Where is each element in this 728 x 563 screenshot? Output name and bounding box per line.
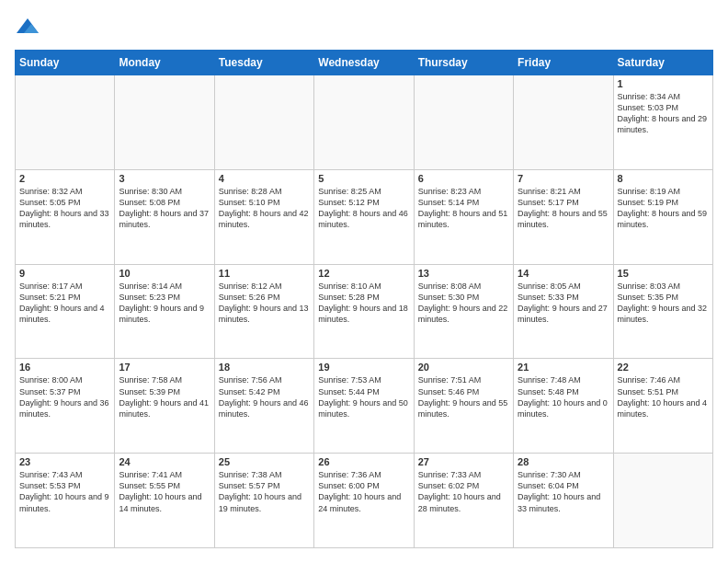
calendar-cell-w3d3: 19Sunrise: 7:53 AM Sunset: 5:44 PM Dayli… xyxy=(314,359,414,454)
logo xyxy=(15,15,44,40)
day-number: 3 xyxy=(119,173,210,184)
calendar-cell-w0d6: 1Sunrise: 8:34 AM Sunset: 5:03 PM Daylig… xyxy=(613,75,712,170)
day-info: Sunrise: 7:36 AM Sunset: 6:00 PM Dayligh… xyxy=(318,469,409,514)
day-number: 2 xyxy=(19,173,110,184)
day-info: Sunrise: 8:17 AM Sunset: 5:21 PM Dayligh… xyxy=(19,281,110,326)
day-number: 21 xyxy=(518,362,609,373)
calendar-cell-w3d0: 16Sunrise: 8:00 AM Sunset: 5:37 PM Dayli… xyxy=(16,359,115,454)
calendar-cell-w4d1: 24Sunrise: 7:41 AM Sunset: 5:55 PM Dayli… xyxy=(115,454,214,548)
calendar-week-3: 16Sunrise: 8:00 AM Sunset: 5:37 PM Dayli… xyxy=(16,359,713,454)
day-number: 28 xyxy=(518,456,609,467)
calendar-cell-w1d2: 4Sunrise: 8:28 AM Sunset: 5:10 PM Daylig… xyxy=(214,169,313,264)
day-info: Sunrise: 7:48 AM Sunset: 5:48 PM Dayligh… xyxy=(518,374,609,419)
day-number: 20 xyxy=(418,362,509,373)
day-number: 22 xyxy=(618,362,709,373)
day-info: Sunrise: 8:25 AM Sunset: 5:12 PM Dayligh… xyxy=(318,186,409,231)
day-number: 25 xyxy=(219,456,310,467)
calendar-cell-w4d0: 23Sunrise: 7:43 AM Sunset: 5:53 PM Dayli… xyxy=(16,454,115,548)
day-number: 12 xyxy=(318,268,409,279)
calendar-cell-w0d5 xyxy=(514,75,613,170)
calendar-header-saturday: Saturday xyxy=(613,51,712,75)
calendar-cell-w1d6: 8Sunrise: 8:19 AM Sunset: 5:19 PM Daylig… xyxy=(613,169,712,264)
day-info: Sunrise: 8:21 AM Sunset: 5:17 PM Dayligh… xyxy=(518,186,609,231)
day-number: 6 xyxy=(418,173,509,184)
calendar-cell-w1d1: 3Sunrise: 8:30 AM Sunset: 5:08 PM Daylig… xyxy=(115,169,214,264)
calendar-cell-w0d2 xyxy=(214,75,313,170)
day-number: 23 xyxy=(19,456,110,467)
day-number: 11 xyxy=(219,268,310,279)
day-info: Sunrise: 8:19 AM Sunset: 5:19 PM Dayligh… xyxy=(618,186,709,231)
calendar-cell-w1d3: 5Sunrise: 8:25 AM Sunset: 5:12 PM Daylig… xyxy=(314,169,414,264)
calendar-week-2: 9Sunrise: 8:17 AM Sunset: 5:21 PM Daylig… xyxy=(16,264,713,359)
header xyxy=(15,15,713,40)
calendar-cell-w2d5: 14Sunrise: 8:05 AM Sunset: 5:33 PM Dayli… xyxy=(514,264,613,359)
calendar-cell-w3d1: 17Sunrise: 7:58 AM Sunset: 5:39 PM Dayli… xyxy=(115,359,214,454)
day-number: 26 xyxy=(318,456,409,467)
calendar-cell-w0d1 xyxy=(115,75,214,170)
day-info: Sunrise: 7:58 AM Sunset: 5:39 PM Dayligh… xyxy=(119,374,210,419)
page: SundayMondayTuesdayWednesdayThursdayFrid… xyxy=(0,0,728,563)
calendar-cell-w3d4: 20Sunrise: 7:51 AM Sunset: 5:46 PM Dayli… xyxy=(414,359,513,454)
calendar-header-thursday: Thursday xyxy=(414,51,513,75)
calendar-cell-w2d4: 13Sunrise: 8:08 AM Sunset: 5:30 PM Dayli… xyxy=(414,264,513,359)
calendar-cell-w4d2: 25Sunrise: 7:38 AM Sunset: 5:57 PM Dayli… xyxy=(214,454,313,548)
calendar-header-monday: Monday xyxy=(115,51,214,75)
calendar-cell-w2d3: 12Sunrise: 8:10 AM Sunset: 5:28 PM Dayli… xyxy=(314,264,414,359)
calendar-cell-w1d4: 6Sunrise: 8:23 AM Sunset: 5:14 PM Daylig… xyxy=(414,169,513,264)
calendar-cell-w1d5: 7Sunrise: 8:21 AM Sunset: 5:17 PM Daylig… xyxy=(514,169,613,264)
day-number: 27 xyxy=(418,456,509,467)
day-info: Sunrise: 8:34 AM Sunset: 5:03 PM Dayligh… xyxy=(618,91,709,136)
day-number: 24 xyxy=(119,456,210,467)
calendar-cell-w3d2: 18Sunrise: 7:56 AM Sunset: 5:42 PM Dayli… xyxy=(214,359,313,454)
calendar-cell-w4d6 xyxy=(613,454,712,548)
day-number: 15 xyxy=(618,268,709,279)
calendar-header-friday: Friday xyxy=(514,51,613,75)
day-info: Sunrise: 7:53 AM Sunset: 5:44 PM Dayligh… xyxy=(318,374,409,419)
day-info: Sunrise: 7:38 AM Sunset: 5:57 PM Dayligh… xyxy=(219,469,310,514)
day-number: 7 xyxy=(518,173,609,184)
calendar-week-4: 23Sunrise: 7:43 AM Sunset: 5:53 PM Dayli… xyxy=(16,454,713,548)
day-info: Sunrise: 7:30 AM Sunset: 6:04 PM Dayligh… xyxy=(518,469,609,514)
calendar-cell-w0d4 xyxy=(414,75,513,170)
calendar-header-wednesday: Wednesday xyxy=(314,51,414,75)
calendar-header-tuesday: Tuesday xyxy=(214,51,313,75)
logo-icon xyxy=(15,15,40,40)
day-number: 4 xyxy=(219,173,310,184)
day-info: Sunrise: 8:05 AM Sunset: 5:33 PM Dayligh… xyxy=(518,281,609,326)
day-info: Sunrise: 8:23 AM Sunset: 5:14 PM Dayligh… xyxy=(418,186,509,231)
calendar-cell-w2d2: 11Sunrise: 8:12 AM Sunset: 5:26 PM Dayli… xyxy=(214,264,313,359)
day-info: Sunrise: 8:00 AM Sunset: 5:37 PM Dayligh… xyxy=(19,374,110,419)
day-info: Sunrise: 8:32 AM Sunset: 5:05 PM Dayligh… xyxy=(19,186,110,231)
calendar-cell-w1d0: 2Sunrise: 8:32 AM Sunset: 5:05 PM Daylig… xyxy=(16,169,115,264)
day-number: 14 xyxy=(518,268,609,279)
calendar-table: SundayMondayTuesdayWednesdayThursdayFrid… xyxy=(15,50,713,548)
day-number: 5 xyxy=(318,173,409,184)
day-info: Sunrise: 8:14 AM Sunset: 5:23 PM Dayligh… xyxy=(119,281,210,326)
day-info: Sunrise: 8:30 AM Sunset: 5:08 PM Dayligh… xyxy=(119,186,210,231)
calendar-cell-w3d5: 21Sunrise: 7:48 AM Sunset: 5:48 PM Dayli… xyxy=(514,359,613,454)
calendar-cell-w2d1: 10Sunrise: 8:14 AM Sunset: 5:23 PM Dayli… xyxy=(115,264,214,359)
day-info: Sunrise: 8:12 AM Sunset: 5:26 PM Dayligh… xyxy=(219,281,310,326)
day-info: Sunrise: 8:08 AM Sunset: 5:30 PM Dayligh… xyxy=(418,281,509,326)
day-number: 8 xyxy=(618,173,709,184)
day-number: 17 xyxy=(119,362,210,373)
calendar-week-1: 2Sunrise: 8:32 AM Sunset: 5:05 PM Daylig… xyxy=(16,169,713,264)
day-number: 19 xyxy=(318,362,409,373)
day-info: Sunrise: 7:46 AM Sunset: 5:51 PM Dayligh… xyxy=(618,374,709,419)
calendar-cell-w0d0 xyxy=(16,75,115,170)
day-info: Sunrise: 7:43 AM Sunset: 5:53 PM Dayligh… xyxy=(19,469,110,514)
day-number: 1 xyxy=(618,78,709,89)
day-number: 16 xyxy=(19,362,110,373)
day-info: Sunrise: 7:41 AM Sunset: 5:55 PM Dayligh… xyxy=(119,469,210,514)
calendar-cell-w3d6: 22Sunrise: 7:46 AM Sunset: 5:51 PM Dayli… xyxy=(613,359,712,454)
day-info: Sunrise: 7:51 AM Sunset: 5:46 PM Dayligh… xyxy=(418,374,509,419)
calendar-header-row: SundayMondayTuesdayWednesdayThursdayFrid… xyxy=(16,51,713,75)
day-number: 13 xyxy=(418,268,509,279)
calendar-cell-w2d6: 15Sunrise: 8:03 AM Sunset: 5:35 PM Dayli… xyxy=(613,264,712,359)
day-info: Sunrise: 8:03 AM Sunset: 5:35 PM Dayligh… xyxy=(618,281,709,326)
day-number: 9 xyxy=(19,268,110,279)
day-info: Sunrise: 7:56 AM Sunset: 5:42 PM Dayligh… xyxy=(219,374,310,419)
day-number: 18 xyxy=(219,362,310,373)
day-info: Sunrise: 8:28 AM Sunset: 5:10 PM Dayligh… xyxy=(219,186,310,231)
calendar-cell-w4d5: 28Sunrise: 7:30 AM Sunset: 6:04 PM Dayli… xyxy=(514,454,613,548)
